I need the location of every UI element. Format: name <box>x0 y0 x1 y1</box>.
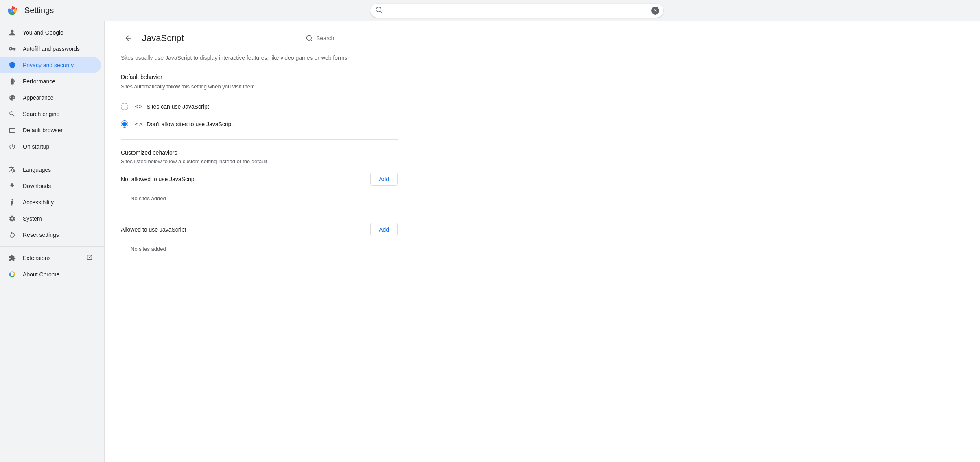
sidebar-item-languages[interactable]: Languages <box>0 162 101 178</box>
allowed-add-button[interactable]: Add <box>370 223 398 236</box>
not-allowed-empty: No sites added <box>121 189 398 208</box>
sidebar-item-downloads[interactable]: Downloads <box>0 178 101 194</box>
subsection-divider <box>121 215 398 215</box>
customized-subtitle: Sites listed below follow a custom setti… <box>121 158 398 164</box>
sidebar-item-label: System <box>23 215 42 222</box>
sidebar-item-reset-settings[interactable]: Reset settings <box>0 227 101 243</box>
sidebar-item-label: Search engine <box>23 111 59 117</box>
external-link-icon <box>86 254 93 262</box>
allowed-empty: No sites added <box>121 239 398 258</box>
default-behavior-subtitle: Sites automatically follow this setting … <box>121 83 398 90</box>
accessibility-icon <box>8 198 16 206</box>
sidebar-item-extensions[interactable]: Extensions <box>0 250 101 266</box>
speed-icon <box>8 77 16 85</box>
sidebar-item-default-browser[interactable]: Default browser <box>0 122 101 138</box>
default-behavior-section: Default behavior Sites automatically fol… <box>121 74 398 133</box>
svg-point-9 <box>306 35 311 40</box>
block-js-text: Don't allow sites to use JavaScript <box>147 121 233 127</box>
allowed-header: Allowed to use JavaScript Add <box>121 223 398 236</box>
chrome-icon <box>8 270 16 278</box>
allow-js-text: Sites can use JavaScript <box>147 103 209 110</box>
allowed-label: Allowed to use JavaScript <box>121 226 186 233</box>
sidebar-item-privacy[interactable]: Privacy and security <box>0 57 101 73</box>
allowed-subsection: Allowed to use JavaScript Add No sites a… <box>121 223 398 258</box>
back-button[interactable] <box>121 31 136 46</box>
panel-search-input[interactable] <box>316 35 398 42</box>
sidebar-item-appearance[interactable]: Appearance <box>0 90 101 106</box>
sidebar-item-system[interactable]: System <box>0 210 101 227</box>
option-allow-javascript[interactable]: <> Sites can use JavaScript <box>121 98 398 115</box>
svg-point-4 <box>11 9 13 12</box>
customized-title: Customized behaviors <box>121 149 398 156</box>
person-icon <box>8 28 16 37</box>
main-layout: You and Google Autofill and passwords Pr… <box>0 21 980 462</box>
sidebar-item-accessibility[interactable]: Accessibility <box>0 194 101 210</box>
svg-point-8 <box>11 273 13 275</box>
sidebar-item-you-and-google[interactable]: You and Google <box>0 24 101 41</box>
browser-icon <box>8 126 16 134</box>
not-allowed-subsection: Not allowed to use JavaScript Add No sit… <box>121 173 398 208</box>
search-icon <box>8 110 16 118</box>
translate-icon <box>8 166 16 174</box>
sidebar-item-label: You and Google <box>23 29 63 36</box>
option-block-javascript[interactable]: <> Don't allow sites to use JavaScript <box>121 115 398 133</box>
svg-line-10 <box>311 39 312 41</box>
svg-line-6 <box>381 11 382 12</box>
sidebar-item-autofill[interactable]: Autofill and passwords <box>0 41 101 57</box>
section-divider <box>121 139 398 140</box>
panel-title: JavaScript <box>142 33 299 44</box>
topbar-search-input[interactable]: JavaScript <box>370 4 663 18</box>
js-allow-icon: <> <box>135 103 142 110</box>
js-block-icon: <> <box>135 120 142 128</box>
sidebar-item-label: Reset settings <box>23 232 59 238</box>
not-allowed-header: Not allowed to use JavaScript Add <box>121 173 398 186</box>
shield-icon <box>8 61 16 69</box>
sidebar-item-label: Appearance <box>23 94 54 101</box>
sidebar-item-label: Performance <box>23 78 55 85</box>
default-behavior-title: Default behavior <box>121 74 398 80</box>
block-js-label: <> Don't allow sites to use JavaScript <box>135 120 233 128</box>
sidebar: You and Google Autofill and passwords Pr… <box>0 21 104 462</box>
topbar-search: JavaScript ✕ <box>370 4 663 18</box>
power-icon <box>8 142 16 151</box>
sidebar-item-label: Accessibility <box>23 199 54 206</box>
sidebar-item-label: Privacy and security <box>23 62 74 68</box>
sidebar-item-search-engine[interactable]: Search engine <box>0 106 101 122</box>
allow-js-label: <> Sites can use JavaScript <box>135 103 209 110</box>
key-icon <box>8 45 16 53</box>
chrome-logo <box>7 5 18 16</box>
sidebar-divider <box>0 158 104 158</box>
sidebar-item-on-startup[interactable]: On startup <box>0 138 101 155</box>
not-allowed-label: Not allowed to use JavaScript <box>121 176 196 182</box>
sidebar-item-label: Languages <box>23 166 51 173</box>
search-clear-button[interactable]: ✕ <box>651 7 659 15</box>
reset-icon <box>8 231 16 239</box>
sidebar-item-label: Downloads <box>23 183 51 189</box>
sidebar-divider-2 <box>0 246 104 247</box>
panel-header: JavaScript <box>121 31 398 46</box>
sidebar-item-label: Autofill and passwords <box>23 46 80 52</box>
svg-point-5 <box>376 7 381 12</box>
content-area: JavaScript Sites usually use JavaScript … <box>104 21 980 462</box>
sidebar-item-label: Default browser <box>23 127 63 134</box>
radio-allow[interactable] <box>121 103 128 110</box>
sidebar-item-label: Extensions <box>23 255 50 261</box>
content-panel: JavaScript Sites usually use JavaScript … <box>105 21 414 268</box>
topbar-search-icon <box>375 6 383 15</box>
settings-title: Settings <box>24 6 54 15</box>
settings-icon <box>8 215 16 223</box>
panel-search <box>306 35 398 42</box>
description-text: Sites usually use JavaScript to display … <box>121 54 398 62</box>
extension-icon <box>8 254 16 262</box>
download-icon <box>8 182 16 190</box>
sidebar-item-label: About Chrome <box>23 271 59 278</box>
customized-section: Customized behaviors Sites listed below … <box>121 149 398 258</box>
not-allowed-add-button[interactable]: Add <box>370 173 398 186</box>
panel-search-icon <box>306 35 313 42</box>
radio-block[interactable] <box>121 120 128 128</box>
sidebar-item-performance[interactable]: Performance <box>0 73 101 90</box>
topbar: Settings JavaScript ✕ <box>0 0 980 21</box>
sidebar-item-about-chrome[interactable]: About Chrome <box>0 266 101 282</box>
palette-icon <box>8 94 16 102</box>
sidebar-item-label: On startup <box>23 143 49 150</box>
